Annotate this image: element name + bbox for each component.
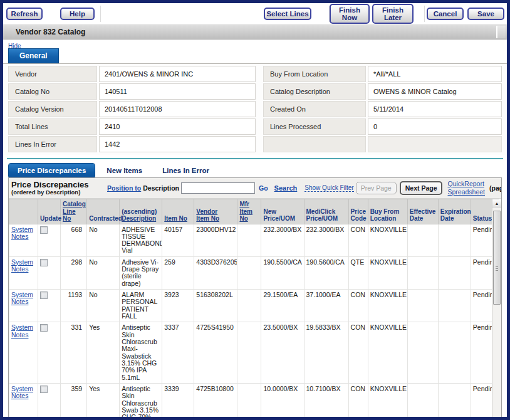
cell-new_price: 23.5000/BX (261, 322, 304, 384)
next-page-button[interactable]: Next Page (400, 181, 443, 195)
col-header-notes (9, 199, 38, 224)
go-button[interactable]: Go (259, 184, 268, 192)
show-quick-filter-link[interactable]: Show Quick Filter (304, 184, 353, 192)
scroll-thumb[interactable] (493, 211, 501, 305)
field-label: Catalog Description (263, 83, 366, 100)
table-row: System Notes668NoADHESIVE TISSUE DERMABO… (9, 224, 499, 256)
cell-effective_date (407, 224, 438, 256)
table-row: System Notes298NoAdhesive Vi-Drape Spray… (9, 256, 499, 289)
prev-page-button[interactable]: Prev Page (356, 182, 397, 194)
tab-general[interactable]: General (8, 48, 59, 63)
hide-row: Hide (3, 39, 507, 48)
cell-price_code: CON (348, 384, 368, 420)
field-value: 20140511T012008 (99, 101, 256, 117)
cell-update (38, 290, 61, 322)
field-value: *All/*ALL (368, 66, 502, 82)
section-subtitle: (ordered by Description) (11, 189, 105, 196)
position-to-link[interactable]: Position to (107, 184, 141, 192)
cell-item_no: 3923 (162, 290, 194, 322)
cell-expiration_date (438, 322, 471, 384)
sort-link-mfr_item_no[interactable]: Item No (239, 208, 252, 223)
select-lines-button[interactable]: Select Lines (264, 8, 311, 20)
sort-link-mfr_item_no[interactable]: Mfr (239, 201, 249, 207)
field-value: 2401/OWENS & MINOR INC (99, 66, 256, 82)
sort-link-line_no[interactable]: Line No (63, 208, 76, 223)
description-field-label: Description (143, 184, 179, 192)
sort-link-vendor_item_no[interactable]: Vendor (196, 208, 217, 215)
help-button[interactable]: Help (60, 8, 95, 20)
general-form: Vendor2401/OWENS & MINOR INCBuy From Loc… (3, 63, 507, 155)
sort-link-description[interactable]: Description (122, 215, 156, 222)
position-to-input[interactable] (181, 182, 255, 194)
update-checkbox[interactable] (40, 324, 48, 332)
system-notes-link[interactable]: System Notes (11, 258, 33, 273)
cell-new_price: 232.3000/BX (261, 224, 304, 256)
field-label: Created On (263, 101, 366, 117)
col-header-effective_date: EffectiveDate (407, 199, 438, 224)
finish-now-button[interactable]: Finish Now (330, 4, 370, 24)
cell-item_no: 3337 (162, 322, 194, 384)
cell-item_no: 259 (162, 256, 194, 289)
sort-link-item_no[interactable]: Item No (164, 215, 187, 222)
cancel-button[interactable]: Cancel (427, 8, 464, 20)
col-header-item_no[interactable]: Item No (162, 199, 194, 224)
field-label: Catalog Version (8, 101, 97, 117)
sort-link-line_no[interactable]: Catalog (63, 201, 86, 207)
system-notes-link[interactable]: System Notes (11, 323, 33, 338)
system-notes-link[interactable]: System Notes (11, 385, 33, 399)
field-label: Total Lines (8, 118, 97, 135)
field-value: 140511 (99, 83, 256, 100)
tab-lines-in-error[interactable]: Lines In Error (154, 164, 218, 178)
system-notes-link[interactable]: System Notes (11, 291, 33, 305)
col-header-line_no[interactable]: CatalogLine No (61, 199, 87, 224)
toolbar: Refresh Help Select Lines Finish Now Fin… (3, 3, 507, 24)
sort-link-vendor_item_no[interactable]: Item No (196, 215, 219, 222)
cell-mfr_item_no (237, 224, 261, 256)
update-checkbox[interactable] (40, 291, 48, 299)
finish-later-button[interactable]: Finish Later (372, 4, 414, 24)
cell-contracted: No (87, 224, 120, 256)
cell-expiration_date (438, 256, 471, 289)
cell-line_no: 668 (61, 224, 87, 256)
section-title: Price Discrepancies (11, 181, 105, 189)
cell-line_no: 359 (61, 384, 87, 420)
cell-notes: System Notes (9, 322, 38, 384)
field-value: 0 (368, 118, 502, 135)
tab-new-items[interactable]: New Items (98, 164, 151, 178)
scroll-up-button[interactable]: ▲ (492, 199, 501, 208)
form-gap (256, 101, 263, 117)
form-gap (256, 136, 263, 152)
cell-vendor_item_no: 4303D376205 (194, 256, 237, 289)
cell-description: Antiseptic Skin Chlorascrub Maxi-Swabsti… (120, 322, 162, 384)
update-checkbox[interactable] (40, 386, 48, 393)
cell-mfr_item_no (237, 290, 261, 322)
tab-price-discrepancies[interactable]: Price Discrepancies (8, 163, 95, 179)
discrepancies-table: UpdateCatalogLine NoContracted(ascending… (9, 199, 492, 420)
cell-mediclick_price: 10.7100/BX (304, 384, 348, 420)
quick-report-link[interactable]: QuickReport (447, 180, 485, 188)
page-indicator: (page 1 of ***) (489, 184, 501, 192)
spreadsheet-link[interactable]: Spreadsheet (447, 188, 485, 196)
cell-price_code: CON (348, 224, 368, 256)
cell-notes: System Notes (9, 256, 38, 289)
search-link[interactable]: Search (274, 184, 298, 192)
col-header-vendor_item_no[interactable]: VendorItem No (194, 199, 237, 224)
system-notes-link[interactable]: System Notes (11, 226, 33, 240)
col-header-expiration_date: ExpirationDate (438, 199, 471, 224)
save-button[interactable]: Save (467, 8, 504, 20)
col-header-mfr_item_no[interactable]: MfrItem No (237, 199, 261, 224)
update-checkbox[interactable] (40, 259, 48, 266)
col-header-description[interactable]: (ascending)Description (120, 199, 162, 224)
field-label (263, 136, 366, 152)
refresh-button[interactable]: Refresh (6, 8, 43, 20)
update-checkbox[interactable] (40, 226, 48, 234)
cell-mediclick_price: 190.5600/CA (304, 256, 348, 289)
cell-effective_date (407, 290, 438, 322)
cell-expiration_date (438, 384, 471, 420)
col-header-mediclick_price: MediClickPrice/UOM (304, 199, 348, 224)
field-value: 2410 (99, 118, 256, 135)
cell-description: Antiseptic Skin Chlorascrub Swab 3.15% C… (120, 384, 162, 420)
cell-effective_date (407, 384, 438, 420)
cell-contracted: No (87, 290, 120, 322)
form-gap (256, 66, 263, 82)
